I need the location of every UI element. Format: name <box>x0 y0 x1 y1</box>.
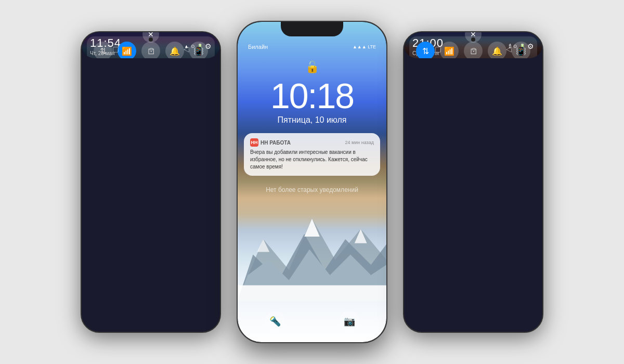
iphone-notch <box>281 22 343 36</box>
iphone-notif-app-icon: НН <box>250 138 258 147</box>
svg-rect-6 <box>238 285 386 301</box>
iphone-signal: ▲▲▲ LTE <box>353 44 376 49</box>
iphone-notif-time: 24 мин назад <box>345 140 374 145</box>
iphone-notif-app: НН НН РАБОТА <box>250 138 291 147</box>
iphone-bottom-bar: 🔦 📷 <box>238 311 386 332</box>
right-close-x-icon: ✕ <box>470 32 476 38</box>
lte-icon: ▲▲▲ LTE <box>353 44 376 49</box>
camera-button[interactable]: 📷 <box>339 311 360 332</box>
flashlight-button[interactable]: 🔦 <box>265 311 285 332</box>
lock-icon: 🔓 <box>238 60 386 74</box>
nav-square-icon[interactable]: ▢ <box>112 45 119 53</box>
right-phone: 21:00 Ср, 8 июля ₿ ⊙ 🔋 ⚙ ⇅ 📶 ⊡ 🔔 📳 <box>403 31 543 333</box>
iphone-time: 10:18 <box>238 78 386 113</box>
iphone-notif-app-name: НН РАБОТА <box>261 140 291 146</box>
close-x-icon: ✕ <box>148 32 154 38</box>
iphone-screen: Билайн ▲▲▲ LTE 🔓 10:18 Пятница, 10 июля … <box>238 22 386 342</box>
iphone-carrier: Билайн <box>248 44 268 50</box>
svg-marker-3 <box>304 218 320 237</box>
center-iphone: Билайн ▲▲▲ LTE 🔓 10:18 Пятница, 10 июля … <box>237 21 387 343</box>
iphone-notif-body: Вчера вы добавили интересные вакансии в … <box>250 149 374 171</box>
right-nav-square-icon[interactable]: ▢ <box>435 45 441 53</box>
iphone-notif-header: НН НН РАБОТА 24 мин назад <box>250 138 374 147</box>
left-nav-icons: ▢ ○ ◁ <box>82 45 220 53</box>
right-nav-home-circle-icon[interactable]: ○ <box>472 45 476 53</box>
left-close-btn[interactable]: ✕ <box>142 32 159 43</box>
nav-home-circle-icon[interactable]: ○ <box>149 45 153 53</box>
right-nav-icons: ▢ ○ ◁ <box>404 45 542 53</box>
nav-back-icon[interactable]: ◁ <box>184 45 189 53</box>
right-nav-back-icon[interactable]: ◁ <box>506 45 512 53</box>
iphone-date: Пятница, 10 июля <box>238 115 386 125</box>
iphone-no-more-notifs: Нет более старых уведомлений <box>238 186 386 193</box>
iphone-notif[interactable]: НН НН РАБОТА 24 мин назад Вчера вы добав… <box>244 133 380 176</box>
iphone-lock-area: 🔓 10:18 Пятница, 10 июля <box>238 50 386 125</box>
left-phone: 11:54 Чт, 28 мая ▲ ⊙ 🔋 ⚙ ⇅ 📶 ⊡ 🔔 📳 <box>81 31 221 333</box>
right-close-btn[interactable]: ✕ <box>465 32 482 43</box>
iphone-status-bar: Билайн ▲▲▲ LTE <box>238 37 386 50</box>
